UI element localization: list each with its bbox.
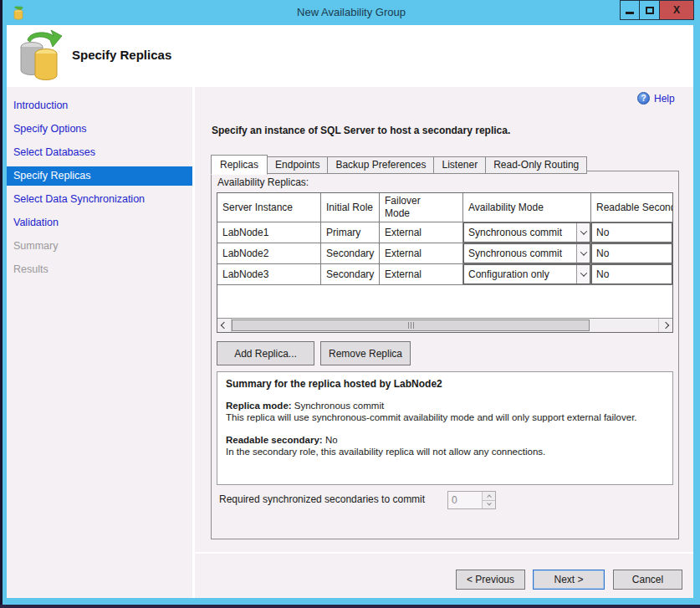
cell-availability-mode: Synchronous commit <box>463 243 591 263</box>
desktop-edge-bottom <box>0 605 700 608</box>
cell-readable-secondary: No <box>591 222 672 243</box>
cell-initial-role: Secondary <box>321 243 380 263</box>
spinner-up-button <box>483 492 495 500</box>
minimize-button[interactable] <box>620 0 640 20</box>
previous-button[interactable]: < Previous <box>456 570 525 590</box>
col-initial-role: Initial Role <box>321 193 380 222</box>
sidebar-item-specify-options[interactable]: Specify Options <box>7 117 192 141</box>
minimize-icon <box>626 12 634 14</box>
maximize-button[interactable] <box>639 0 660 20</box>
replicas-tab-panel: Availability Replicas: Server Instance I… <box>211 171 679 539</box>
required-secondaries-label: Required synchronized secondaries to com… <box>219 493 425 505</box>
new-availability-group-window: New Availability Group X Specify Replica… <box>0 0 700 608</box>
replicas-table: Server Instance Initial Role Failover Mo… <box>217 193 672 318</box>
titlebar: New Availability Group X <box>3 0 700 25</box>
sidebar-item-select-databases[interactable]: Select Databases <box>7 141 192 164</box>
replicas-icon <box>18 28 64 82</box>
close-icon: X <box>673 4 680 16</box>
chevron-down-icon[interactable] <box>576 265 590 284</box>
sidebar-item-summary: Summary <box>7 234 192 258</box>
wizard-steps-sidebar: Introduction Specify Options Select Data… <box>7 87 192 598</box>
cell-readable-secondary: No <box>591 243 672 263</box>
availability-replicas-label: Availability Replicas: <box>217 176 309 188</box>
footer-separator <box>195 552 693 554</box>
col-failover-mode: Failover Mode <box>380 193 463 222</box>
chevron-down-icon[interactable] <box>576 223 590 242</box>
scroll-left-button[interactable] <box>217 319 232 332</box>
chevron-left-icon <box>221 322 227 329</box>
help-icon: ? <box>637 92 650 105</box>
sidebar-item-specify-replicas[interactable]: Specify Replicas <box>7 166 192 186</box>
tab-endpoints[interactable]: Endpoints <box>267 156 328 174</box>
readable-secondary-description: In the secondary role, this availability… <box>226 446 664 457</box>
scroll-right-button[interactable] <box>658 319 672 332</box>
spinner-value: 0 <box>448 492 482 508</box>
add-replica-button[interactable]: Add Replica... <box>217 341 314 365</box>
cell-availability-mode: Configuration only <box>463 264 591 284</box>
tab-strip: Replicas Endpoints Backup Preferences Li… <box>211 155 587 174</box>
readable-secondary-value[interactable]: No <box>591 243 672 263</box>
app-icon <box>12 5 26 20</box>
scrollbar-thumb[interactable] <box>232 319 590 331</box>
sidebar-item-validation[interactable]: Validation <box>7 211 192 234</box>
next-button[interactable]: Next > <box>533 570 605 590</box>
tab-backup-preferences[interactable]: Backup Preferences <box>327 156 434 174</box>
cell-server-instance: LabNode3 <box>217 264 321 284</box>
chevron-right-icon <box>662 322 669 329</box>
wizard-body: Introduction Specify Options Select Data… <box>7 87 693 598</box>
wizard-header: Specify Replicas <box>7 25 693 87</box>
sidebar-item-select-data-synchronization[interactable]: Select Data Synchronization <box>7 187 192 211</box>
table-empty-area <box>217 285 672 318</box>
col-readable-secondary: Readable Secondary <box>591 193 672 222</box>
summary-title: Summary for the replica hosted by LabNod… <box>226 378 664 390</box>
readable-secondary-line: Readable secondary: No <box>226 434 664 446</box>
col-server-instance: Server Instance <box>217 193 321 222</box>
close-button[interactable]: X <box>659 0 694 20</box>
page-title: Specify Replicas <box>72 48 171 62</box>
cell-initial-role: Secondary <box>321 264 380 284</box>
col-availability-mode: Availability Mode <box>463 193 591 222</box>
cancel-button[interactable]: Cancel <box>613 570 682 590</box>
main-content: ? Help Specify an instance of SQL Server… <box>195 87 693 598</box>
replica-mode-line: Replica mode: Synchronous commit <box>226 400 664 411</box>
maximize-icon <box>646 7 654 14</box>
tab-listener[interactable]: Listener <box>433 156 486 174</box>
cell-readable-secondary: No <box>591 264 672 284</box>
spinner-buttons <box>482 492 495 508</box>
required-secondaries-spinner: 0 <box>447 491 496 509</box>
cell-failover-mode: External <box>380 243 463 263</box>
replica-mode-description: This replica will use synchronous-commit… <box>226 411 664 423</box>
cell-initial-role: Primary <box>321 222 380 243</box>
spinner-down-button <box>483 500 495 509</box>
availability-mode-dropdown[interactable]: Synchronous commit <box>463 243 590 263</box>
cell-failover-mode: External <box>380 264 463 284</box>
chevron-up-icon <box>487 494 492 499</box>
cell-server-instance: LabNode2 <box>217 243 321 263</box>
horizontal-scrollbar[interactable] <box>217 318 672 332</box>
cell-availability-mode: Synchronous commit <box>463 222 591 243</box>
help-label: Help <box>654 93 675 105</box>
table-row[interactable]: LabNode2 Secondary External Synchronous … <box>217 243 672 264</box>
instruction-text: Specify an instance of SQL Server to hos… <box>212 125 510 136</box>
readable-secondary-value[interactable]: No <box>591 264 672 284</box>
availability-mode-dropdown[interactable]: Synchronous commit <box>463 222 590 243</box>
help-link[interactable]: ? Help <box>637 92 675 105</box>
readable-secondary-value[interactable]: No <box>591 222 672 243</box>
cell-server-instance: LabNode1 <box>217 222 321 243</box>
availability-mode-dropdown[interactable]: Configuration only <box>463 264 590 284</box>
tab-read-only-routing[interactable]: Read-Only Routing <box>485 156 587 174</box>
window-controls: X <box>620 0 694 20</box>
replica-summary-box: Summary for the replica hosted by LabNod… <box>217 371 673 485</box>
scrollbar-track[interactable] <box>232 319 658 332</box>
chevron-down-icon <box>487 501 492 506</box>
chevron-down-icon[interactable] <box>576 244 590 263</box>
table-row[interactable]: LabNode3 Secondary External Configuratio… <box>217 264 672 285</box>
grip-icon <box>408 322 414 329</box>
remove-replica-button[interactable]: Remove Replica <box>320 341 411 365</box>
table-row[interactable]: LabNode1 Primary External Synchronous co… <box>217 222 672 243</box>
sidebar-item-results: Results <box>7 258 192 281</box>
window-title: New Availability Group <box>3 0 700 24</box>
availability-replicas-grid: Server Instance Initial Role Failover Mo… <box>217 192 673 333</box>
sidebar-item-introduction[interactable]: Introduction <box>7 94 192 117</box>
tab-replicas[interactable]: Replicas <box>211 155 268 175</box>
